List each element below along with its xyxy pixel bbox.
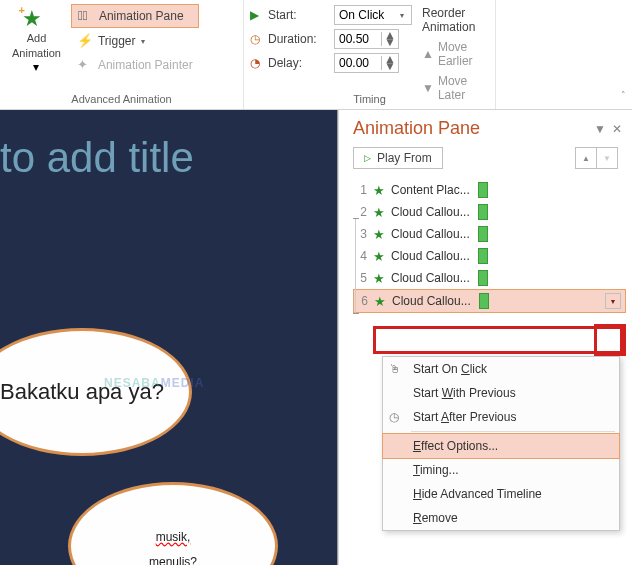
animation-item[interactable]: 1 ★ Content Plac... [353, 179, 626, 201]
start-dropdown[interactable]: On Click ▾ [334, 5, 412, 25]
dropdown-caret-icon: ▾ [33, 60, 39, 74]
star-icon: ★ [373, 227, 385, 242]
timing-bar [479, 293, 489, 309]
start-label: Start: [268, 8, 330, 22]
start-value: On Click [339, 8, 384, 22]
ribbon-group-label: Timing [244, 91, 495, 107]
timing-bar [478, 226, 488, 242]
timing-bar [478, 182, 488, 198]
delay-label: Delay: [268, 56, 330, 70]
move-down-button[interactable]: ▼ [596, 147, 618, 169]
star-icon: ★ [373, 271, 385, 286]
star-icon: ★ [373, 249, 385, 264]
trigger-label: Trigger [98, 34, 136, 48]
menu-timing[interactable]: Timing... [383, 458, 619, 482]
task-pane-options-icon[interactable]: ▼ [594, 122, 606, 136]
timing-bar [478, 248, 488, 264]
clock-icon: ◷ [389, 410, 405, 424]
menu-start-with-previous[interactable]: Start With Previous [383, 381, 619, 405]
move-up-button[interactable]: ▲ [575, 147, 597, 169]
animation-item[interactable]: 2 ★ Cloud Callou... [353, 201, 626, 223]
menu-effect-options[interactable]: Effect Options... [382, 433, 620, 459]
menu-remove[interactable]: Remove [383, 506, 619, 530]
star-icon: ★ [373, 183, 385, 198]
timing-bar [478, 270, 488, 286]
star-icon: ★ [373, 205, 385, 220]
animation-pane-title: Animation Pane [353, 118, 480, 139]
move-earlier-button: ▲Move Earlier [422, 38, 489, 70]
item-menu-caret[interactable]: ▼ [605, 293, 621, 309]
ribbon: ★+ Add Animation ▾ ✦⃣ Animation Pane ⚡ T… [0, 0, 632, 110]
dropdown-caret-icon: ▾ [397, 11, 407, 20]
duration-label: Duration: [268, 32, 330, 46]
ribbon-group-label: Advanced Animation [0, 91, 243, 107]
animation-painter-button: ✦ Animation Painter [71, 54, 199, 76]
animation-pane-button[interactable]: ✦⃣ Animation Pane [71, 4, 199, 28]
animation-item[interactable]: 5 ★ Cloud Callou... [353, 267, 626, 289]
mouse-icon: 🖱 [389, 362, 405, 376]
trigger-icon: ⚡ [77, 33, 93, 49]
timeline-ruler [355, 218, 356, 314]
animation-item[interactable]: 3 ★ Cloud Callou... [353, 223, 626, 245]
slide-canvas[interactable]: to add title Bakatku apa ya? musik,menul… [0, 110, 338, 565]
menu-hide-timeline[interactable]: Hide Advanced Timeline [383, 482, 619, 506]
animation-painter-label: Animation Painter [98, 58, 193, 72]
menu-separator [411, 431, 615, 432]
animation-painter-icon: ✦ [77, 57, 93, 73]
add-animation-label: Add [27, 32, 47, 45]
duration-input[interactable] [335, 30, 381, 48]
up-arrow-icon: ▲ [422, 47, 434, 61]
delay-spinbox[interactable]: ▲▼ [334, 53, 399, 73]
add-animation-icon: ★+ [22, 6, 50, 30]
dropdown-caret-icon: ▾ [141, 37, 145, 46]
animation-item-selected[interactable]: 6 ★ Cloud Callou... ▼ [353, 289, 626, 313]
timing-bar [478, 204, 488, 220]
ribbon-group-timing: ▶ Start: On Click ▾ ◷ Duration: ▲▼ [244, 0, 496, 109]
add-animation-button[interactable]: ★+ Add Animation ▾ [6, 4, 67, 76]
play-icon: ▷ [364, 153, 371, 163]
play-from-button[interactable]: ▷ Play From [353, 147, 443, 169]
delay-input[interactable] [335, 54, 381, 72]
menu-start-after-previous[interactable]: ◷ Start After Previous [383, 405, 619, 429]
animation-pane-label: Animation Pane [99, 9, 184, 23]
play-icon: ▶ [250, 8, 264, 22]
duration-icon: ◷ [250, 32, 264, 46]
watermark: NESABAMEDIA [104, 362, 204, 394]
animation-context-menu: 🖱 Start On Click Start With Previous ◷ S… [382, 356, 620, 531]
animation-pane-icon: ✦⃣ [78, 8, 94, 24]
spin-down-icon[interactable]: ▼ [384, 39, 396, 46]
cloud-callout-2[interactable]: musik,menulis? [68, 482, 278, 565]
star-icon: ★ [374, 294, 386, 309]
delay-icon: ◔ [250, 56, 264, 70]
reorder-label: Reorder Animation [422, 4, 489, 36]
animation-item[interactable]: 4 ★ Cloud Callou... [353, 245, 626, 267]
close-icon[interactable]: ✕ [612, 122, 622, 136]
duration-spinbox[interactable]: ▲▼ [334, 29, 399, 49]
trigger-button[interactable]: ⚡ Trigger ▾ [71, 30, 199, 52]
play-from-label: Play From [377, 151, 432, 165]
animation-list: 1 ★ Content Plac... 2 ★ Cloud Callou... … [339, 179, 632, 313]
menu-start-on-click[interactable]: 🖱 Start On Click [383, 357, 619, 381]
title-placeholder[interactable]: to add title [0, 110, 337, 182]
ribbon-group-advanced-animation: ★+ Add Animation ▾ ✦⃣ Animation Pane ⚡ T… [0, 0, 244, 109]
add-animation-label2: Animation [12, 47, 61, 60]
spin-down-icon[interactable]: ▼ [384, 63, 396, 70]
collapse-ribbon-icon[interactable]: ˄ [621, 90, 626, 100]
